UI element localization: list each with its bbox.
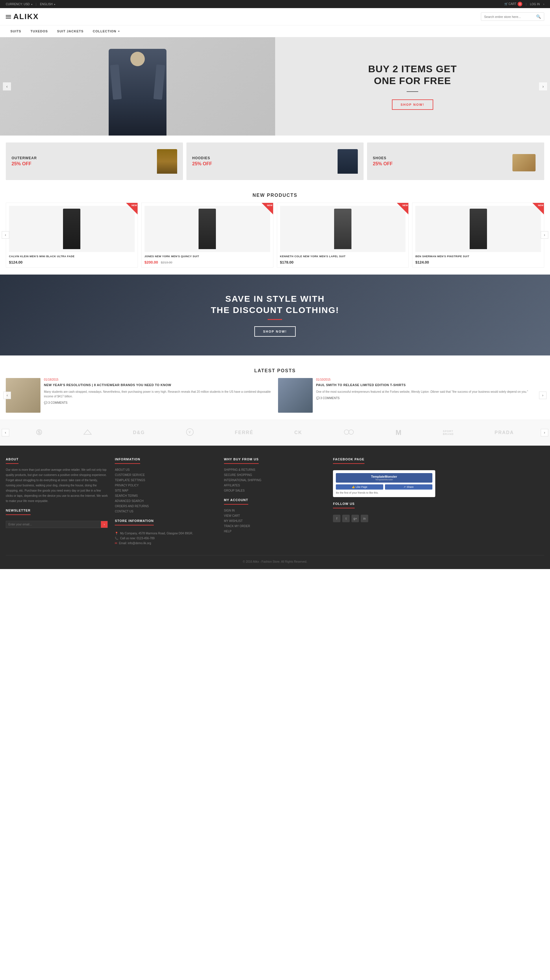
product-image [145, 206, 270, 252]
products-next-button[interactable]: › [541, 231, 548, 239]
footer-link-shipping[interactable]: SHIPPING & RETURNS [224, 467, 326, 473]
banner2-shop-now-button[interactable]: SHOP NOW! [254, 326, 296, 337]
footer-about-title: ABOUT [6, 458, 19, 464]
nav-suit-jackets[interactable]: SUIT JACKETS [52, 25, 88, 37]
brands-section: ‹ Ⓢ D&G V FERRÉ CK M SPORTBRAND PRADA › [0, 420, 550, 445]
post-image [278, 378, 313, 413]
logo[interactable]: ALIKX [6, 12, 39, 21]
nav-suits[interactable]: SUITS [6, 25, 26, 37]
footer-link-track-order[interactable]: TRACK MY ORDER [224, 524, 326, 529]
category-outerwear[interactable]: OUTERWEAR 25% OFF [6, 143, 183, 180]
brands-next-button[interactable]: › [541, 429, 548, 436]
collection-dropdown-arrow: ▾ [118, 30, 120, 33]
cart-link[interactable]: 🛒 CART 8 [504, 2, 522, 6]
footer-link-affiliates[interactable]: AFFILIATES [224, 483, 326, 488]
model-head [130, 52, 145, 66]
fb-like-button[interactable]: 👍 Like Page [336, 484, 383, 490]
brand-ferre[interactable]: FERRÉ [235, 430, 253, 435]
footer-newsletter-title: NEWSLETTER [6, 509, 31, 515]
footer-link-orders-returns[interactable]: ORDERS AND RETURNS [115, 504, 217, 509]
site-header: ALIKX 🔍 [0, 8, 550, 25]
login-link[interactable]: LOG IN [530, 3, 540, 6]
brand-m[interactable]: M [396, 429, 402, 437]
product-card[interactable]: NEW JONES NEW YORK MEN'S QUINCY SUIT $20… [141, 203, 273, 267]
hero-next-button[interactable]: › [539, 83, 547, 91]
posts-prev-button[interactable]: ‹ [3, 391, 11, 399]
footer-store-title: STORE INFORMATION [115, 519, 154, 525]
posts-next-button[interactable]: › [539, 391, 547, 399]
footer-link-help[interactable]: HELP [224, 529, 326, 534]
nav-tuxedos[interactable]: TUXEDOS [26, 25, 52, 37]
footer-link-international[interactable]: INTERNATIONAL SHIPPING [224, 478, 326, 483]
products-prev-button[interactable]: ‹ [2, 231, 9, 239]
googleplus-icon[interactable]: g+ [351, 515, 359, 522]
post-title[interactable]: PAUL SMITH TO RELEASE LIMITED EDITION T-… [316, 383, 528, 387]
footer-link-about-us[interactable]: ABOUT US [115, 467, 217, 473]
brand-ck[interactable]: CK [294, 430, 302, 435]
footer-link-template-settings[interactable]: TEMPLATE SETTINGS [115, 478, 217, 483]
brand-armani[interactable] [83, 429, 92, 436]
footer-why-buy-title: WHY BUY FROM US [224, 458, 259, 464]
footer-link-wishlist[interactable]: MY WISHLIST [224, 519, 326, 524]
footer-why-buy: WHY BUY FROM US SHIPPING & RETURNS SECUR… [224, 457, 326, 547]
fb-share-button[interactable]: ↗ Share [385, 484, 432, 490]
hoodies-image [338, 149, 358, 174]
product-card[interactable]: NEW CALVIN KLEIN MEN'S MINI BLACK ULTRA … [6, 203, 138, 267]
hero-image [0, 37, 275, 135]
footer-link-customer-service[interactable]: CUSTOMER SERVICE [115, 473, 217, 478]
hero-prev-button[interactable]: ‹ [3, 83, 11, 91]
linkedin-icon[interactable]: in [361, 515, 368, 522]
top-bar: CURRENCY: USD ▾ | ENGLISH ▾ 🛒 CART 8 | L… [0, 0, 550, 8]
products-grid: ‹ NEW CALVIN KLEIN MEN'S MINI BLACK ULTR… [6, 203, 544, 267]
footer-link-advanced-search[interactable]: ADVANCED SEARCH [115, 498, 217, 504]
post-card: 01/10/2015 PAUL SMITH TO RELEASE LIMITED… [278, 378, 545, 413]
brand-sport[interactable]: SPORTBRAND [443, 430, 454, 436]
post-excerpt: Many students are cash-strapped, nowaday… [44, 390, 272, 399]
newsletter-submit-button[interactable]: › [101, 521, 108, 528]
post-comments: 💬 3 COMMENTS [316, 396, 528, 400]
footer-facebook: FACEBOOK PAGE TemplateMonster TemplateMo… [333, 457, 435, 547]
post-card: 01/18/2015 NEW YEAR'S RESOLUTIONS | 8 AC… [6, 378, 272, 413]
footer-link-contact-us[interactable]: CONTACT US [115, 509, 217, 514]
nav-collection[interactable]: COLLECTION ▾ [88, 25, 124, 37]
footer-link-sign-in[interactable]: SIGN IN [224, 508, 326, 513]
currency-selector[interactable]: CURRENCY: USD ▾ [6, 3, 32, 6]
brand-versace[interactable]: V [186, 428, 194, 437]
latest-posts-title: LATEST POSTS [6, 363, 544, 378]
search-button[interactable]: 🔍 [533, 13, 544, 21]
language-selector[interactable]: ENGLISH ▾ [40, 3, 55, 6]
product-card[interactable]: NEW BEN SHERMAN MEN'S PINSTRIPE SUIT $12… [412, 203, 544, 267]
footer-link-privacy-policy[interactable]: PRIVACY POLICY [115, 483, 217, 488]
footer-about: ABOUT Our store is more than just anothe… [6, 457, 108, 547]
newsletter-input[interactable] [6, 521, 101, 528]
brands-prev-button[interactable]: ‹ [2, 429, 9, 436]
category-hoodies[interactable]: HOODIES 25% OFF [186, 143, 364, 180]
footer-link-secure-shopping[interactable]: SECURE SHOPPING [224, 473, 326, 478]
footer-grid: ABOUT Our store is more than just anothe… [6, 457, 544, 547]
footer-information: INFORMATION ABOUT US CUSTOMER SERVICE TE… [115, 457, 217, 547]
brand-gucci[interactable] [343, 429, 354, 436]
post-title[interactable]: NEW YEAR'S RESOLUTIONS | 8 ACTIVEWEAR BR… [44, 383, 272, 387]
category-shoes[interactable]: SHOES 25% OFF [367, 143, 544, 180]
post-excerpt: One of the most successful entrepreneurs… [316, 390, 528, 394]
post-date: 01/10/2015 [316, 378, 528, 381]
footer-link-search-terms[interactable]: SEARCH TERMS [115, 493, 217, 498]
newsletter-form: › [6, 521, 108, 528]
footer-about-text: Our store is more than just another aver… [6, 467, 108, 504]
footer-link-site-map[interactable]: SITE MAP [115, 488, 217, 493]
facebook-icon[interactable]: f [333, 515, 340, 522]
twitter-icon[interactable]: t [342, 515, 350, 522]
footer-link-group-sales[interactable]: GROUP SALES [224, 488, 326, 493]
brand-dg[interactable]: D&G [133, 430, 145, 435]
product-image [415, 206, 541, 252]
search-bar: 🔍 [481, 13, 544, 21]
footer-link-view-cart[interactable]: VIEW CART [224, 513, 326, 519]
product-card[interactable]: NEW KENNETH COLE NEW YORK MEN'S LAPEL SU… [277, 203, 409, 267]
brand-chanel[interactable]: Ⓢ [36, 429, 43, 436]
brand-prada[interactable]: PRADA [494, 430, 514, 435]
location-icon: 📍 [115, 532, 118, 535]
product-image [9, 206, 135, 252]
new-products-section: NEW PRODUCTS ‹ NEW CALVIN KLEIN MEN'S MI… [0, 187, 550, 275]
search-input[interactable] [481, 13, 533, 21]
hero-shop-now-button[interactable]: SHOP NOW! [392, 99, 433, 110]
